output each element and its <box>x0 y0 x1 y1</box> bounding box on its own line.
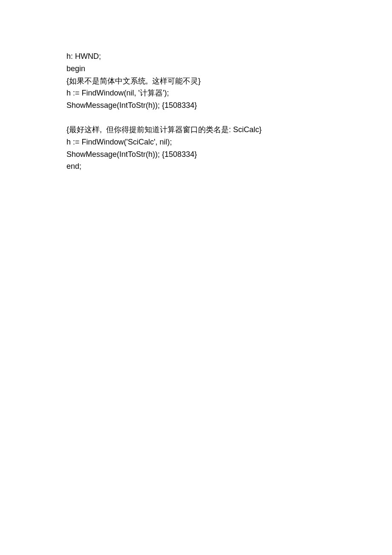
code-block: h: HWND; begin {如果不是简体中文系统, 这样可能不灵} h :=… <box>66 50 392 173</box>
code-line: {如果不是简体中文系统, 这样可能不灵} <box>66 75 392 87</box>
code-line: h: HWND; <box>66 50 392 63</box>
code-line: h := FindWindow(nil, '计算器'); <box>66 87 392 99</box>
code-line: end; <box>66 160 392 173</box>
blank-line <box>66 112 392 124</box>
code-line: ShowMessage(IntToStr(h)); {1508334} <box>66 148 392 161</box>
code-line: begin <box>66 63 392 75</box>
code-line: {最好这样, 但你得提前知道计算器窗口的类名是: SciCalc} <box>66 124 392 136</box>
code-line: h := FindWindow('SciCalc', nil); <box>66 136 392 148</box>
code-line: ShowMessage(IntToStr(h)); {1508334} <box>66 99 392 112</box>
